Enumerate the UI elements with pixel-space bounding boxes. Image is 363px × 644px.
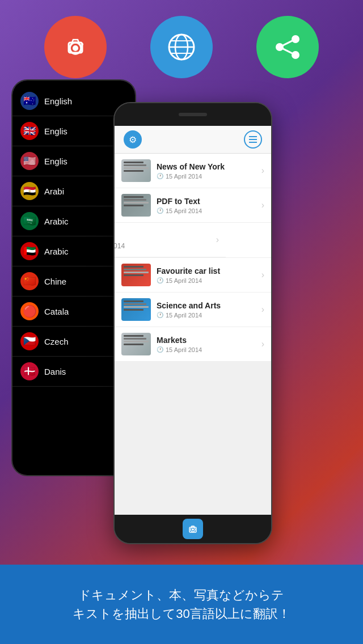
item-date-cars: 🕐 15 April 2014 <box>157 277 258 284</box>
menu-button[interactable] <box>244 130 262 149</box>
globe-icon-button[interactable] <box>150 16 213 78</box>
item-thumb-markets <box>121 333 151 355</box>
item-date-markets: 🕐 15 April 2014 <box>157 346 258 353</box>
item-thumb-news-ny <box>121 159 151 182</box>
chevron-icon-1: › <box>261 166 264 176</box>
item-thumb-pdf <box>121 194 151 217</box>
list-item-mytime[interactable]: My time 🕐 15 April 2014 › <box>115 223 226 257</box>
item-thumb-cars <box>121 264 151 286</box>
chevron-icon-2: › <box>261 200 264 210</box>
item-date-text-3: 15 April 2014 <box>166 277 202 284</box>
lang-label-cn: Chine <box>44 277 66 286</box>
list-item-pdf[interactable]: PDF to Text 🕐 15 April 2014 › <box>115 188 271 223</box>
bottom-banner: ドキュメント、本、写真などからテ キストを抽出して30言語以上に翻訳！ <box>0 565 363 644</box>
lang-label-ca: Catala <box>44 307 69 316</box>
toolbar: ⚙ <box>115 126 271 154</box>
list-item-news-ny[interactable]: News of New York 🕐 15 April 2014 › <box>115 154 271 188</box>
camera-svg-icon <box>61 32 90 62</box>
right-phone-screen: ⚙ News of <box>115 126 271 515</box>
banner-text: ドキュメント、本、写真などからテ キストを抽出して30言語以上に翻訳！ <box>61 586 301 623</box>
flag-gb: 🇬🇧 <box>20 122 39 140</box>
top-icons-row <box>0 16 363 78</box>
lang-label-cz: Czech <box>44 337 69 346</box>
mytime-content: My time 🕐 15 April 2014 <box>115 230 213 250</box>
lang-label-ae: Arabic <box>44 247 69 256</box>
flag-ca: 🔴 <box>20 302 39 320</box>
item-date-text-2: 15 April 2014 <box>166 207 202 214</box>
item-title-pdf: PDF to Text <box>157 197 258 206</box>
flag-cz: 🇨🇿 <box>20 332 39 350</box>
list-item-science[interactable]: Science and Arts 🕐 15 April 2014 › <box>115 293 271 327</box>
svg-point-15 <box>192 528 194 531</box>
clock-icon-1: 🕐 <box>157 173 163 179</box>
flag-dk: 🇩🇰 <box>20 362 39 380</box>
flag-ae: 🇦🇪 <box>20 242 39 260</box>
list-item-mytime-wrapper: My time 🕐 15 April 2014 › Delete <box>115 223 271 258</box>
chevron-icon-4: › <box>261 304 264 315</box>
item-content-cars: Favourite car list 🕐 15 April 2014 <box>157 266 258 284</box>
chevron-icon-mytime: › <box>216 235 219 245</box>
clock-icon-5: 🕐 <box>157 346 163 353</box>
right-phone: ⚙ News of <box>113 102 272 544</box>
item-content-markets: Markets 🕐 15 April 2014 <box>157 336 258 353</box>
item-content-science: Science and Arts 🕐 15 April 2014 <box>157 301 258 319</box>
share-svg-icon <box>272 31 303 63</box>
speaker-grill <box>179 113 207 116</box>
lang-label-eg: Arabi <box>44 187 64 196</box>
flag-cn: 🇨🇳 <box>20 272 39 290</box>
list-item-markets[interactable]: Markets 🕐 15 April 2014 › <box>115 327 271 362</box>
lang-label-au: English <box>44 96 72 106</box>
mytime-date: 🕐 15 April 2014 <box>115 242 213 250</box>
item-title-cars: Favourite car list <box>157 266 258 276</box>
flag-au: 🇦🇺 <box>20 92 39 110</box>
camera-icon-button[interactable] <box>44 16 107 78</box>
phone-bottom-bar <box>115 515 271 543</box>
item-date-text-1: 15 April 2014 <box>166 173 202 180</box>
lang-label-gb: Englis <box>44 126 67 136</box>
item-content-news-ny: News of New York 🕐 15 April 2014 <box>157 162 258 180</box>
menu-line-1 <box>249 136 257 137</box>
clock-icon-4: 🕐 <box>157 312 163 318</box>
share-icon-button[interactable] <box>256 16 319 78</box>
clock-icon-3: 🕐 <box>157 277 163 283</box>
item-content-pdf: PDF to Text 🕐 15 April 2014 <box>157 197 258 214</box>
chevron-icon-3: › <box>261 270 264 280</box>
mytime-date-text: 15 April 2014 <box>115 242 125 250</box>
chevron-icon-5: › <box>261 339 264 349</box>
item-date-science: 🕐 15 April 2014 <box>157 312 258 319</box>
menu-line-3 <box>249 142 257 143</box>
banner-line2: キストを抽出して30言語以上に翻訳！ <box>73 607 290 621</box>
bottom-camera-button[interactable] <box>183 519 203 539</box>
lang-label-dk: Danis <box>44 367 66 376</box>
item-title-science: Science and Arts <box>157 301 258 310</box>
flag-eg: 🇪🇬 <box>20 182 39 200</box>
gear-icon: ⚙ <box>129 134 137 145</box>
list-item-cars[interactable]: Favourite car list 🕐 15 April 2014 › <box>115 258 271 293</box>
svg-point-3 <box>81 43 83 45</box>
svg-line-12 <box>280 39 296 47</box>
bottom-camera-icon <box>187 523 199 535</box>
lang-label-us: Englis <box>44 156 67 166</box>
menu-line-2 <box>249 139 257 140</box>
clock-icon-2: 🕐 <box>157 207 163 214</box>
settings-gear-button[interactable]: ⚙ <box>124 130 142 149</box>
flag-sa: 🇸🇦 <box>20 212 39 230</box>
lang-label-sa: Arabic <box>44 217 69 226</box>
flag-us: 🇺🇸 <box>20 152 39 170</box>
item-thumb-science <box>121 298 151 321</box>
item-date-text-4: 15 April 2014 <box>166 312 202 319</box>
item-title-markets: Markets <box>157 336 258 345</box>
phone-notch <box>115 103 271 126</box>
item-date-news-ny: 🕐 15 April 2014 <box>157 173 258 180</box>
mytime-title: My time <box>115 230 213 240</box>
item-date-text-5: 15 April 2014 <box>166 346 202 353</box>
item-date-pdf: 🕐 15 April 2014 <box>157 207 258 214</box>
svg-line-13 <box>280 47 296 55</box>
content-list: News of New York 🕐 15 April 2014 › <box>115 154 271 362</box>
svg-point-1 <box>73 45 78 51</box>
globe-svg-icon <box>164 29 199 65</box>
item-title-news-ny: News of New York <box>157 162 258 171</box>
banner-line1: ドキュメント、本、写真などからテ <box>78 588 284 602</box>
